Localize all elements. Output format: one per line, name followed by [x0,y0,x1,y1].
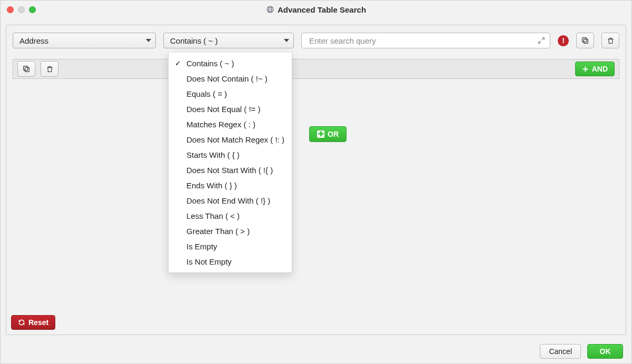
svg-rect-3 [582,38,587,42]
trash-icon [607,37,615,45]
reset-button[interactable]: Reset [11,315,55,330]
plus-square-icon: ✚ [317,130,324,138]
operator-option[interactable]: Ends With ( } ) [169,178,292,193]
operator-option-label: Does Not Match Regex ( !: ) [186,135,284,144]
trash-icon [46,65,54,73]
add-and-button[interactable]: AND [575,62,615,76]
error-badge-icon: ! [558,35,569,46]
svg-rect-4 [25,67,29,72]
or-label: OR [328,130,339,138]
copy-group-button[interactable] [17,61,35,77]
operator-option[interactable]: Does Not End With ( !} ) [169,193,292,208]
copy-condition-button[interactable] [576,33,594,48]
search-field-wrap [301,33,550,48]
operator-option[interactable]: Greater Than ( > ) [169,224,292,239]
chevron-down-icon [284,39,289,42]
traffic-lights [7,6,36,13]
add-or-button[interactable]: ✚ OR [309,126,347,142]
check-icon: ✓ [175,59,181,67]
operator-option-label: Does Not Start With ( !{ ) [186,166,273,175]
operator-dropdown: ✓Contains ( ~ )Does Not Contain ( !~ )Eq… [168,53,292,273]
plus-icon [582,66,589,73]
operator-option[interactable]: Equals ( = ) [169,86,292,102]
svg-rect-5 [24,66,28,70]
app-globe-icon [266,5,274,14]
operator-option-label: Matches Regex ( : ) [186,120,255,129]
operator-option-label: Contains ( ~ ) [186,59,234,68]
operator-option-label: Does Not Contain ( !~ ) [186,74,268,83]
field-select-value: Address [19,36,48,45]
operator-option-label: Does Not Equal ( != ) [186,105,260,114]
copy-icon [581,36,589,45]
operator-option[interactable]: Does Not Equal ( != ) [169,102,292,117]
ok-label: OK [600,347,611,356]
operator-option-label: Ends With ( } ) [186,181,237,190]
condition-row: Address Contains ( ~ ) ! [13,33,619,48]
operator-option-label: Is Not Empty [186,257,232,266]
operator-select-value: Contains ( ~ ) [170,36,218,45]
operator-option[interactable]: ✓Contains ( ~ ) [169,56,292,71]
operator-option[interactable]: Does Not Match Regex ( !: ) [169,132,292,147]
operator-option[interactable]: Starts With ( { ) [169,147,292,163]
operator-option-label: Does Not End With ( !} ) [186,196,270,205]
chevron-down-icon [146,39,151,42]
group-toolbar: AND [13,59,619,79]
copy-icon [22,65,31,73]
delete-condition-button[interactable] [601,33,619,48]
svg-rect-2 [584,39,588,43]
operator-option[interactable]: Does Not Start With ( !{ ) [169,163,292,178]
window-title: Advanced Table Search [278,5,366,14]
refresh-icon [18,319,25,326]
operator-option[interactable]: Is Empty [169,239,292,254]
close-window-icon[interactable] [7,6,14,13]
operator-option-label: Less Than ( < ) [186,211,240,220]
operator-option[interactable]: Does Not Contain ( !~ ) [169,71,292,86]
field-select[interactable]: Address [13,33,156,48]
operator-option[interactable]: Is Not Empty [169,254,292,269]
ok-button[interactable]: OK [587,344,623,359]
bottom-bar: Cancel OK [1,339,631,363]
minimize-window-icon[interactable] [18,6,25,13]
operator-select[interactable]: Contains ( ~ ) [163,33,294,48]
operator-option[interactable]: Less Than ( < ) [169,208,292,224]
main-panel: Address Contains ( ~ ) ! [6,25,626,335]
operator-option-label: Equals ( = ) [186,89,227,98]
reset-label: Reset [28,318,48,327]
operator-option-label: Starts With ( { ) [186,150,240,159]
cancel-label: Cancel [549,347,572,356]
and-label: AND [592,65,608,73]
search-input[interactable] [308,36,533,46]
svg-point-0 [267,6,273,13]
delete-group-button[interactable] [41,61,58,77]
operator-option[interactable]: Matches Regex ( : ) [169,117,292,132]
operator-option-label: Is Empty [186,242,217,251]
cancel-button[interactable]: Cancel [540,344,581,359]
expand-icon[interactable] [537,36,546,45]
window: Advanced Table Search Address Contains (… [0,0,632,364]
operator-option-label: Greater Than ( > ) [186,227,250,236]
fullscreen-window-icon[interactable] [29,6,36,13]
svg-point-1 [269,6,271,13]
titlebar: Advanced Table Search [1,1,631,18]
